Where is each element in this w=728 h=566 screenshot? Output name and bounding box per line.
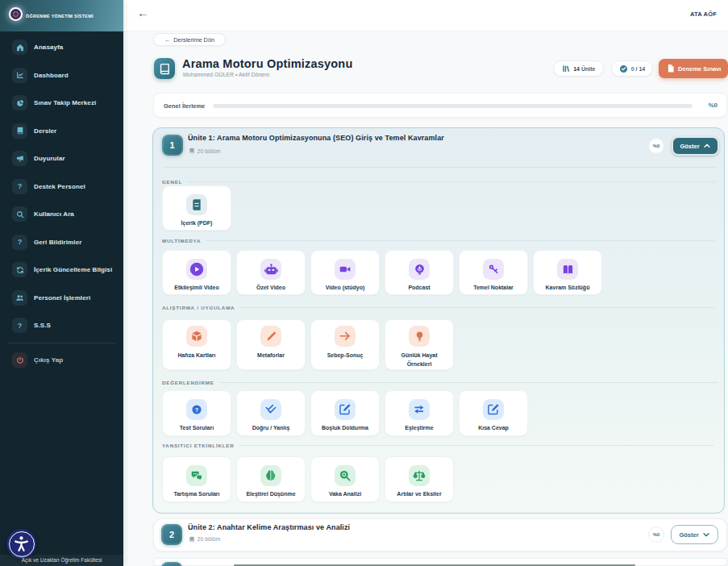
svg-text:?: ?	[195, 406, 199, 414]
